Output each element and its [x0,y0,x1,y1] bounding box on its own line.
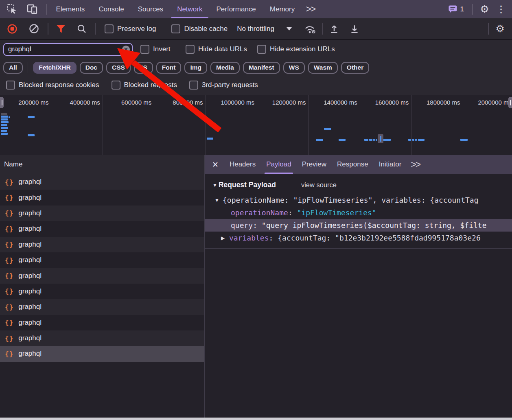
section-collapse-icon[interactable]: ▼ [212,182,217,188]
request-row[interactable]: {}graphql [0,252,204,268]
timeline-column: 1600000 ms [360,95,411,155]
message-bubble-icon [448,5,457,13]
request-row[interactable]: {}graphql [0,346,204,361]
request-row[interactable]: {}graphql [0,221,204,236]
timeline-tick-label: 1200000 ms [272,99,306,106]
json-braces-icon: {} [5,194,13,201]
request-row[interactable]: {}graphql [0,284,204,299]
disable-cache-checkbox[interactable] [171,24,180,33]
throttling-value: No throttling [237,25,274,33]
tab-elements[interactable]: Elements [49,0,92,18]
invert-label: Invert [153,45,171,53]
filter-funnel-icon[interactable] [52,24,70,33]
clear-filter-icon[interactable]: ✕ [122,46,130,53]
inspect-element-icon[interactable] [7,4,18,15]
network-settings-gear-icon[interactable]: ⚙ [496,24,505,34]
filter-chip-wasm[interactable]: Wasm [308,62,338,74]
payload-token: variables [229,234,269,242]
import-har-icon[interactable] [329,24,339,34]
export-har-icon[interactable] [349,24,360,34]
detail-tab-response[interactable]: Response [332,155,374,174]
preserve-log-checkbox[interactable] [105,24,114,33]
request-row[interactable]: {}graphql [0,268,204,283]
name-column-header[interactable]: Name [0,155,204,174]
filter-chip-css[interactable]: CSS [106,62,131,74]
issues-counter[interactable]: 1 [448,5,464,13]
waterfall-bar [339,139,346,141]
network-conditions-icon[interactable] [304,24,317,34]
view-source-link[interactable]: view source [301,181,337,189]
tree-toggle-icon[interactable]: ▶ [221,235,225,241]
request-table: Name {}graphql{}graphql{}graphql{}graphq… [0,155,204,418]
tab-network[interactable]: Network [170,0,209,18]
close-detail-icon[interactable]: ✕ [212,160,219,169]
request-row[interactable]: {}graphql [0,206,204,221]
payload-line[interactable]: ▶variables: {accountTag: "b12e3b2192ee55… [205,232,512,244]
filter-chip-media[interactable]: Media [210,62,240,74]
clear-network-log-button[interactable] [25,24,43,34]
checkbox-group-blocked-requests[interactable]: Blocked requests [112,81,177,90]
filter-chip-doc[interactable]: Doc [80,62,103,74]
request-row[interactable]: {}graphql [0,330,204,346]
filter-chip-js[interactable]: JS [134,62,153,74]
request-row[interactable]: {}graphql [0,174,204,190]
network-overview-timeline[interactable]: 200000 ms400000 ms600000 ms800000 ms1000… [0,95,512,155]
timeline-right-grip[interactable] [508,97,512,108]
tab-console[interactable]: Console [92,0,131,18]
checkbox-group-3rd-party-requests[interactable]: 3rd-party requests [189,81,258,90]
hide-extension-urls-checkbox[interactable] [257,45,266,54]
detail-tab-initiator[interactable]: Initiator [374,155,407,174]
request-row[interactable]: {}graphql [0,190,204,205]
search-icon[interactable] [73,24,91,34]
detail-tab-preview[interactable]: Preview [297,155,332,174]
tab-performance[interactable]: Performance [209,0,263,18]
filter-row: ✕ Invert Hide data URLs Hide extension U… [0,40,512,59]
tree-toggle-icon[interactable]: ▼ [214,197,219,203]
detail-more-tabs-icon[interactable]: >> [407,159,424,170]
detail-tab-headers[interactable]: Headers [224,155,261,174]
settings-gear-icon[interactable]: ⚙ [480,4,489,14]
payload-line[interactable]: query: "query ipFlowTimeseries($accountT… [205,219,512,232]
filter-chip-ws[interactable]: WS [283,62,305,74]
request-name: graphql [18,319,42,327]
throttling-select[interactable]: No throttling [237,25,292,33]
filter-chip-all[interactable]: All [3,62,23,74]
timeline-column: 1000000 ms [206,95,257,155]
request-row[interactable]: {}graphql [0,237,204,252]
filter-chip-font[interactable]: Font [156,62,182,74]
timeline-left-grip[interactable] [0,97,4,108]
toolbar-divider [488,23,489,35]
payload-line[interactable]: ▼{operationName: "ipFlowTimeseries", var… [205,194,512,206]
kebab-menu-icon[interactable]: ⋮ [497,4,505,15]
filter-chip-fetch-xhr[interactable]: Fetch/XHR [33,62,76,74]
payload-line[interactable]: operationName: "ipFlowTimeseries" [205,206,512,219]
waterfall-bar [383,139,391,141]
blocked-requests-checkbox[interactable] [112,81,120,90]
filter-input[interactable] [3,43,133,56]
waterfall-bar [1,127,8,129]
blocked-response-cookies-checkbox[interactable] [6,81,15,90]
json-braces-icon: {} [5,287,13,295]
checkbox-group-blocked-response-cookies[interactable]: Blocked response cookies [6,81,99,90]
3rd-party-requests-checkbox[interactable] [189,81,198,90]
invert-checkbox[interactable] [140,45,149,54]
detail-tabbar: ✕ HeadersPayloadPreviewResponseInitiator… [205,155,512,174]
more-tabs-icon[interactable]: >> [302,4,319,15]
request-name: graphql [18,209,42,217]
timeline-tick-label: 1800000 ms [427,99,460,106]
waterfall-bar [376,139,377,141]
request-row[interactable]: {}graphql [0,299,204,315]
tab-sources[interactable]: Sources [131,0,170,18]
hide-data-urls-checkbox[interactable] [186,45,195,54]
toolbar-divider [48,23,48,35]
waterfall-bar [415,139,417,141]
detail-tab-payload[interactable]: Payload [261,155,296,174]
timeline-tick-label: 1000000 ms [221,99,254,106]
filter-chip-manifest[interactable]: Manifest [243,62,280,74]
device-toolbar-icon[interactable] [26,4,38,15]
tab-memory[interactable]: Memory [263,0,302,18]
filter-chip-other[interactable]: Other [341,62,369,74]
record-network-log-button[interactable] [3,24,21,34]
filter-chip-img[interactable]: Img [184,62,207,74]
request-row[interactable]: {}graphql [0,315,204,330]
